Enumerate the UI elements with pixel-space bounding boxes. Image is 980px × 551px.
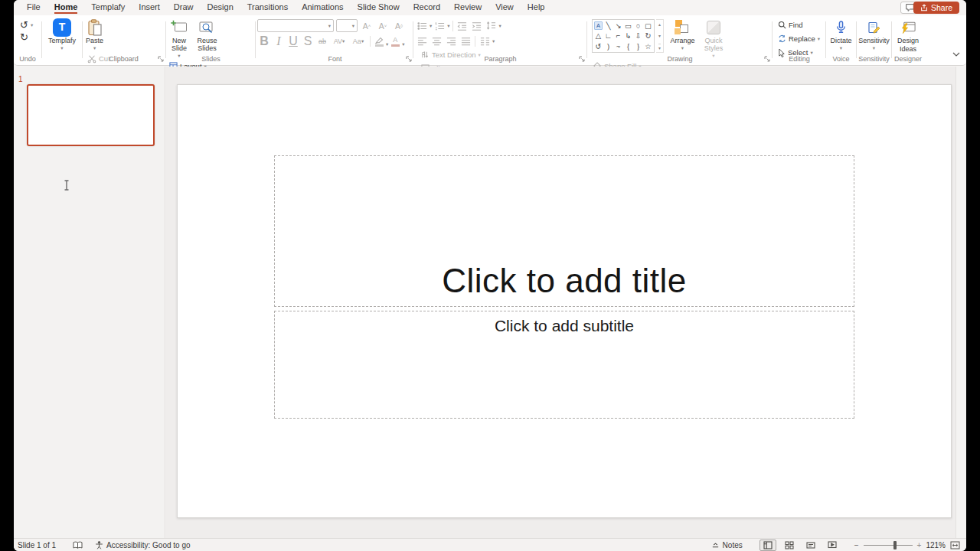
justify-button[interactable] xyxy=(459,35,472,47)
shape-triangle-tool[interactable]: △ xyxy=(596,31,601,40)
shape-rectangle-tool[interactable]: ▭ xyxy=(625,21,632,30)
templafy-button[interactable]: T Templafy ▾ xyxy=(43,17,81,51)
menu-tab-draw[interactable]: Draw xyxy=(167,0,201,15)
bullets-button[interactable] xyxy=(415,20,429,31)
drawing-dialog-launcher[interactable] xyxy=(764,56,770,62)
share-button[interactable]: Share xyxy=(913,2,959,14)
text-box-tool[interactable]: A xyxy=(594,21,603,30)
underline-button[interactable]: U xyxy=(286,35,300,47)
zoom-out-button[interactable]: − xyxy=(854,541,859,549)
font-color-button[interactable]: A xyxy=(389,37,401,47)
gallery-up-button[interactable]: ▴ xyxy=(658,21,661,27)
shape-scribble-tool[interactable]: ↺ xyxy=(596,42,602,51)
paragraph-dialog-launcher[interactable] xyxy=(579,56,585,62)
highlight-color-button[interactable] xyxy=(373,37,385,47)
zoom-slider[interactable] xyxy=(864,545,913,546)
slide-editing-surface[interactable]: Click to add title Click to add subtitle xyxy=(177,84,952,518)
decrease-indent-button[interactable] xyxy=(456,20,469,31)
design-ideas-button[interactable]: Design Ideas xyxy=(892,17,924,54)
menu-tab-file[interactable]: File xyxy=(20,0,47,15)
menu-tab-slideshow[interactable]: Slide Show xyxy=(351,0,407,15)
menu-tab-insert[interactable]: Insert xyxy=(132,0,167,15)
arrange-icon xyxy=(675,18,690,37)
increase-indent-button[interactable] xyxy=(470,20,484,31)
change-case-button[interactable]: Aa▾ xyxy=(349,35,368,47)
align-center-button[interactable] xyxy=(430,35,443,47)
line-spacing-button[interactable] xyxy=(485,20,498,31)
sensitivity-button[interactable]: Sensitivity ▾ xyxy=(857,17,891,51)
view-normal-button[interactable] xyxy=(760,540,776,551)
arrange-button[interactable]: Arrange ▾ xyxy=(670,17,694,51)
menu-tab-transitions[interactable]: Transitions xyxy=(240,0,295,15)
bold-button[interactable]: B xyxy=(257,35,271,47)
redo-button[interactable]: ↻ xyxy=(20,31,33,43)
shape-oval-tool[interactable]: ○ xyxy=(636,21,641,30)
spell-check-icon[interactable] xyxy=(73,541,83,549)
font-size-combo[interactable]: ▾ xyxy=(336,19,358,32)
font-name-combo[interactable]: ▾ xyxy=(257,19,334,32)
reuse-slides-button[interactable]: Reuse Slides xyxy=(194,17,219,53)
fit-slide-button[interactable] xyxy=(950,541,960,549)
italic-button[interactable]: I xyxy=(272,35,286,47)
menu-tab-help[interactable]: Help xyxy=(521,0,552,15)
shape-right-brace-tool[interactable]: } xyxy=(637,42,639,51)
align-left-button[interactable] xyxy=(415,35,429,47)
replace-button[interactable]: Replace ▾ xyxy=(778,33,820,44)
clear-formatting-button[interactable]: A◊ xyxy=(392,20,406,31)
shape-block-arrow-tool[interactable]: ⇩ xyxy=(635,31,642,40)
quick-styles-button[interactable]: Quick Styles ▾ xyxy=(701,17,726,58)
find-button[interactable]: Find xyxy=(778,19,820,31)
shape-line-tool[interactable]: ╲ xyxy=(606,21,611,30)
notes-button[interactable]: Notes xyxy=(711,540,743,551)
shape-elbow-tool[interactable]: ∟ xyxy=(605,31,612,40)
menu-tab-design[interactable]: Design xyxy=(201,0,240,15)
shape-left-brace-tool[interactable]: { xyxy=(627,42,629,51)
menu-tab-record[interactable]: Record xyxy=(407,0,447,15)
strikethrough-button[interactable]: ab xyxy=(315,35,329,47)
shrink-font-button[interactable]: A˅ xyxy=(376,20,390,31)
zoom-in-button[interactable]: + xyxy=(917,541,922,549)
shape-arc-tool[interactable]: ) xyxy=(607,42,609,51)
ribbon-group-sensitivity: Sensitivity ▾ Sensitivity xyxy=(857,17,891,64)
undo-button[interactable]: ↺▾ xyxy=(20,19,33,31)
vertical-scrollbar[interactable] xyxy=(956,67,966,538)
character-spacing-button[interactable]: AV▾ xyxy=(330,35,348,47)
group-divider xyxy=(772,21,773,58)
shape-star-tool[interactable]: ☆ xyxy=(645,42,652,51)
shape-rotate-arrow-tool[interactable]: ↻ xyxy=(645,31,652,40)
gallery-down-button[interactable]: ▾ xyxy=(658,33,661,38)
shape-arrow-tool[interactable]: ↘ xyxy=(616,21,622,30)
clipboard-dialog-launcher[interactable] xyxy=(158,56,164,62)
collapse-ribbon-button[interactable] xyxy=(952,52,960,57)
menu-tab-review[interactable]: Review xyxy=(447,0,488,15)
menu-tab-templafy[interactable]: Templafy xyxy=(84,0,132,15)
paste-button[interactable]: Paste ▾ xyxy=(86,17,103,51)
view-reading-button[interactable] xyxy=(802,540,819,551)
slide-thumbnail-panel: 1 xyxy=(14,67,165,538)
menu-tab-home[interactable]: Home xyxy=(47,0,85,15)
view-slideshow-button[interactable] xyxy=(824,540,841,551)
dictate-button[interactable]: Dictate ▾ xyxy=(827,17,855,51)
slide-thumbnail[interactable] xyxy=(27,84,155,146)
columns-button[interactable] xyxy=(478,35,492,47)
view-slide-sorter-button[interactable] xyxy=(781,540,798,551)
accessibility-status[interactable]: Accessibility: Good to go xyxy=(106,541,191,549)
font-dialog-launcher[interactable] xyxy=(406,56,412,62)
align-right-button[interactable] xyxy=(444,35,458,47)
shape-curved-arrow-tool[interactable]: ↳ xyxy=(626,31,632,40)
zoom-slider-thumb[interactable] xyxy=(893,541,897,549)
shape-elbow-arrow-tool[interactable]: ⌐ xyxy=(616,31,621,40)
text-shadow-button[interactable]: S xyxy=(301,35,315,47)
dropdown-caret: ▾ xyxy=(499,24,501,29)
grow-font-button[interactable]: A˄ xyxy=(360,20,374,31)
numbering-button[interactable] xyxy=(433,20,446,31)
new-slide-button[interactable]: New Slide ▾ xyxy=(167,17,191,58)
menu-tab-animations[interactable]: Animations xyxy=(295,0,350,15)
subtitle-placeholder[interactable]: Click to add subtitle xyxy=(274,311,854,419)
shape-rounded-rect-tool[interactable]: ▢ xyxy=(645,21,652,30)
gallery-more-button[interactable]: ▾ xyxy=(658,44,661,51)
zoom-level[interactable]: 121% xyxy=(926,541,946,549)
shape-curve-tool[interactable]: ~ xyxy=(616,42,621,51)
menu-tab-view[interactable]: View xyxy=(488,0,521,15)
title-placeholder[interactable]: Click to add title xyxy=(274,155,854,307)
